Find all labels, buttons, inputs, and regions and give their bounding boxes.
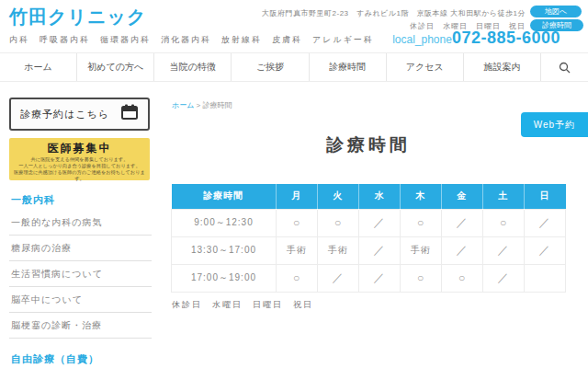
col-header-wed: 水 bbox=[359, 184, 401, 209]
sidebar-item-general-diseases[interactable]: 一般的な内科の病気 bbox=[9, 210, 152, 236]
table-row: 13:30～17:00 手術 手術 ／ 手術 ／ ／ ／ bbox=[172, 236, 566, 264]
col-header-tue: 火 bbox=[318, 184, 359, 209]
col-header-sat: 土 bbox=[483, 184, 525, 209]
schedule-cell: ／ bbox=[525, 209, 566, 236]
sidebar-heading-general-internal[interactable]: 一般内科 bbox=[11, 193, 55, 207]
reservation-button[interactable]: 診療予約はこちら bbox=[9, 98, 150, 131]
schedule-cell: ○ bbox=[401, 264, 442, 292]
time-slot: 17:00～19:00 bbox=[172, 264, 277, 292]
time-slot: 9:00～12:30 bbox=[172, 209, 277, 236]
schedule-cell: ／ bbox=[525, 236, 566, 264]
schedule-cell: ／ bbox=[483, 236, 525, 264]
schedule-cell bbox=[525, 264, 566, 292]
sidebar-item-stroke[interactable]: 脳卒中について bbox=[9, 287, 152, 313]
schedule-cell: ／ bbox=[359, 209, 401, 236]
sidebar-item-cerebral-infarction[interactable]: 脳梗塞の診断・治療 bbox=[9, 313, 152, 339]
phone-number: 072-885-6000 bbox=[452, 29, 560, 48]
time-slot: 13:30～17:00 bbox=[172, 236, 277, 264]
map-button[interactable]: 地図へ bbox=[530, 6, 582, 17]
col-header-hours: 診療時間 bbox=[172, 184, 277, 209]
nav-item-access[interactable]: アクセス bbox=[386, 53, 463, 81]
schedule-cell: 手術 bbox=[277, 236, 318, 264]
phone-block[interactable]: local_phone072-885-6000 bbox=[392, 29, 560, 48]
nav-item-home[interactable]: ホーム bbox=[0, 53, 76, 81]
schedule-cell: ／ bbox=[442, 236, 483, 264]
department-list: 内科 呼吸器内科 循環器内科 消化器内科 放射線科 皮膚科 アレルギー科 bbox=[9, 34, 374, 46]
sidebar-item-diabetes[interactable]: 糖尿病の治療 bbox=[9, 236, 152, 261]
sidebar-item-lifestyle-disease[interactable]: 生活習慣病について bbox=[9, 261, 152, 287]
doctor-recruit-banner[interactable]: 医師募集中 共に医院を支える仲間を募集しております。 一人一人としっかり向き合う… bbox=[9, 138, 150, 180]
col-header-sun: 日 bbox=[525, 184, 566, 209]
schedule-cell: ／ bbox=[359, 236, 401, 264]
clinic-logo[interactable]: 竹田クリニック bbox=[9, 5, 146, 29]
schedule-cell: ○ bbox=[442, 264, 483, 292]
schedule-cell: ／ bbox=[318, 264, 359, 292]
col-header-thu: 木 bbox=[401, 184, 442, 209]
clinic-address: 大阪府門真市野里町2-23 すみれビル1階 京阪本線 大和田駅から徒歩1分 bbox=[262, 8, 526, 18]
recruit-text-line: 共に医院を支える仲間を募集しております。 bbox=[13, 156, 146, 163]
breadcrumb-separator: > bbox=[197, 101, 201, 109]
table-header-row: 診療時間 月 火 水 木 金 土 日 bbox=[172, 184, 566, 209]
breadcrumb-current: 診療時間 bbox=[203, 101, 232, 109]
schedule-cell: 手術 bbox=[318, 236, 359, 264]
recruit-text-line: 医療理念に共感頂ける医師の方のご連絡をお待ちしております。 bbox=[13, 169, 146, 181]
table-row: 9:00～12:30 ○ ○ ／ ○ ／ ○ ／ bbox=[172, 209, 566, 236]
nav-item-facility[interactable]: 施設案内 bbox=[463, 53, 540, 81]
table-row: 17:00～19:00 ○ ／ ／ ○ ○ ／ bbox=[172, 264, 566, 292]
schedule-cell: ○ bbox=[401, 209, 442, 236]
nav-item-greeting[interactable]: ご挨拶 bbox=[231, 53, 308, 81]
breadcrumb-home-link[interactable]: ホーム bbox=[172, 101, 194, 109]
col-header-fri: 金 bbox=[442, 184, 483, 209]
sidebar-heading-self-pay[interactable]: 自由診療（自費） bbox=[11, 352, 99, 366]
main-nav: ホーム 初めての方へ 当院の特徴 ご挨拶 診療時間 アクセス 施設案内 bbox=[0, 52, 588, 82]
nav-item-hours[interactable]: 診療時間 bbox=[309, 53, 386, 81]
recruit-title: 医師募集中 bbox=[9, 141, 150, 156]
nav-item-features[interactable]: 当院の特徴 bbox=[153, 53, 231, 81]
schedule-cell: ○ bbox=[277, 209, 318, 236]
closed-days-note: 休診日 水曜日 日曜日 祝日 bbox=[172, 299, 313, 311]
page-title: 診療時間 bbox=[171, 133, 566, 157]
calendar-icon bbox=[120, 104, 139, 124]
schedule-cell: ／ bbox=[359, 264, 401, 292]
col-header-mon: 月 bbox=[277, 184, 318, 209]
schedule-cell: ／ bbox=[483, 264, 525, 292]
schedule-cell: ○ bbox=[483, 209, 525, 236]
schedule-cell: ／ bbox=[442, 209, 483, 236]
sidebar-menu: 一般的な内科の病気 糖尿病の治療 生活習慣病について 脳卒中について 脳梗塞の診… bbox=[9, 210, 152, 339]
schedule-cell: 手術 bbox=[401, 236, 442, 264]
schedule-cell: ○ bbox=[277, 264, 318, 292]
recruit-text-line: 一人一人としっかり向き合う診療を目指しております。 bbox=[13, 163, 146, 169]
phone-icon: local_phone bbox=[392, 33, 452, 46]
nav-item-first-visit[interactable]: 初めての方へ bbox=[76, 53, 153, 81]
consultation-hours-table: 診療時間 月 火 水 木 金 土 日 9:00～12:30 ○ ○ ／ ○ ／ … bbox=[171, 184, 566, 293]
reservation-button-label: 診療予約はこちら bbox=[20, 108, 109, 121]
breadcrumb: ホーム > 診療時間 bbox=[172, 100, 232, 110]
schedule-cell: ○ bbox=[318, 209, 359, 236]
search-icon[interactable] bbox=[540, 53, 588, 81]
